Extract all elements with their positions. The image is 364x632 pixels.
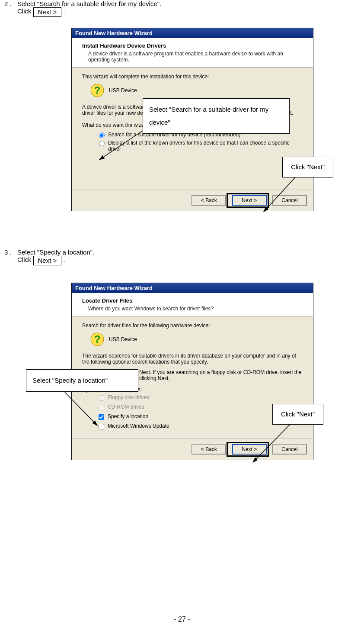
callout-specify-location: Select "Specify a location" — [26, 369, 138, 392]
question-device-icon: ? — [90, 83, 105, 98]
dialog-header: Locate Driver Files Where do you want Wi… — [72, 293, 313, 316]
window-titlebar: Found New Hardware Wizard — [72, 283, 313, 293]
click-word: Click — [17, 7, 32, 15]
prompt-text: Search for driver files for the followin… — [82, 322, 303, 329]
button-row: < Back Next > Cancel — [72, 190, 313, 211]
next-highlight: Next > — [228, 443, 268, 455]
radio-label: Display a list of the known drivers for … — [108, 140, 303, 152]
period: . — [63, 7, 65, 15]
device-name: USB Device — [109, 336, 137, 342]
checkbox-input[interactable] — [99, 424, 104, 429]
checkbox-floppy[interactable]: Floppy disk drives — [97, 394, 303, 402]
checkbox-input[interactable] — [99, 405, 104, 410]
click-word: Click — [17, 256, 32, 263]
checkbox-input[interactable] — [99, 395, 104, 401]
back-button[interactable]: < Back — [192, 444, 226, 455]
radio-input[interactable] — [99, 132, 105, 138]
next-highlight: Next > — [228, 194, 268, 206]
next-button[interactable]: Next > — [232, 444, 267, 455]
callout-click-next-2: Click "Next" — [272, 404, 323, 425]
svg-text:?: ? — [94, 333, 101, 345]
svg-text:?: ? — [94, 84, 101, 96]
step-number: 2 . — [4, 0, 17, 7]
inline-next-button: Next > — [33, 7, 62, 17]
step-text: Select "Specify a location". — [17, 248, 94, 256]
radio-input[interactable] — [99, 141, 105, 146]
step-text: Select "Search for a suitable driver for… — [17, 0, 161, 7]
checkbox-label: CD-ROM drives — [108, 404, 144, 410]
prompt-text: This wizard will complete the installati… — [82, 74, 303, 80]
header-title: Install Hardware Device Drivers — [82, 42, 306, 49]
dialog-header: Install Hardware Device Drivers A device… — [72, 38, 313, 68]
checkbox-label: Floppy disk drives — [108, 394, 149, 400]
button-row: < Back Next > Cancel — [72, 439, 313, 460]
cancel-button[interactable]: Cancel — [272, 195, 307, 206]
page-number: - 27 - — [0, 616, 364, 623]
description-text-1: The wizard searches for suitable drivers… — [82, 353, 303, 365]
checkbox-label: Specify a location — [108, 413, 148, 419]
checkbox-windows-update[interactable]: Microsoft Windows Update — [97, 423, 303, 431]
radio-display-list[interactable]: Display a list of the known drivers for … — [97, 140, 303, 152]
header-title: Locate Driver Files — [82, 297, 306, 304]
next-button[interactable]: Next > — [232, 195, 267, 206]
back-button[interactable]: < Back — [192, 195, 226, 206]
step-2: 2 . Select "Search for a suitable driver… — [0, 0, 364, 17]
header-subtitle: Where do you want Windows to search for … — [82, 306, 306, 312]
callout-select-search: Select "Search for a suitable driver for… — [143, 98, 290, 134]
window-titlebar: Found New Hardware Wizard — [72, 28, 313, 38]
checkbox-cdrom[interactable]: CD-ROM drives — [97, 404, 303, 412]
period: . — [63, 256, 65, 263]
cancel-button[interactable]: Cancel — [272, 444, 307, 455]
question-device-icon: ? — [90, 332, 105, 347]
checkbox-label: Microsoft Windows Update — [108, 423, 169, 429]
callout-click-next: Click "Next" — [282, 157, 333, 177]
checkbox-specify-location[interactable]: Specify a location — [97, 413, 303, 421]
device-name: USB Device — [109, 87, 137, 94]
header-subtitle: A device driver is a software program th… — [82, 51, 306, 63]
step-number: 3 . — [4, 248, 17, 256]
step-3: 3 . Select "Specify a location". Click N… — [0, 248, 364, 265]
inline-next-button: Next > — [33, 256, 62, 265]
checkbox-input[interactable] — [99, 414, 104, 420]
